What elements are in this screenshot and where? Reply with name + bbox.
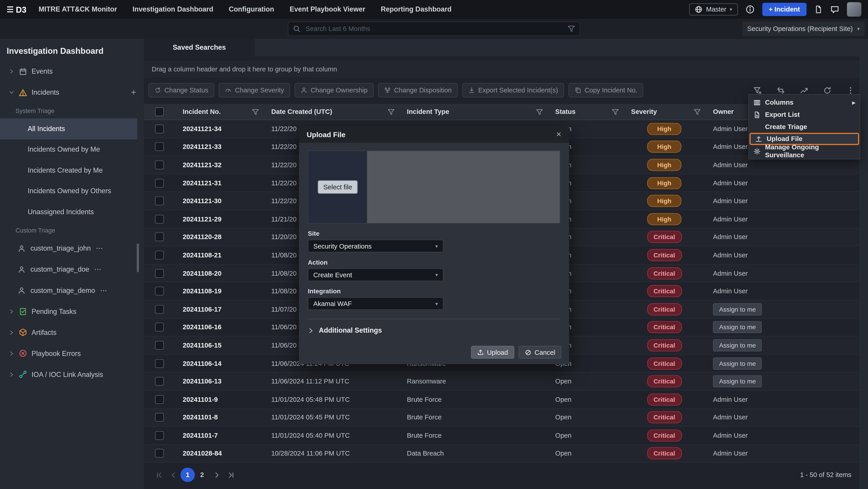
column-settings-icon[interactable] <box>777 86 785 94</box>
document-icon[interactable] <box>814 5 823 14</box>
row-checkbox[interactable] <box>155 178 164 187</box>
incident-no-link[interactable]: 20241121-30 <box>175 197 264 205</box>
sidebar-item-playbook-errors[interactable]: Playbook Errors <box>0 343 142 364</box>
change-ownership-button[interactable]: Change Ownership <box>294 83 374 97</box>
column-header-incident-type[interactable]: Incident Type <box>399 104 548 120</box>
incident-no-link[interactable]: 20241101-7 <box>175 432 264 439</box>
row-checkbox[interactable] <box>155 251 164 259</box>
incident-no-link[interactable]: 20241106-14 <box>175 360 264 367</box>
sidebar-item-incidents-created-by-me[interactable]: Incidents Created by Me <box>0 160 142 181</box>
row-checkbox[interactable] <box>155 160 164 169</box>
row-checkbox[interactable] <box>155 323 164 332</box>
integration-dropdown[interactable]: Akamai WAF ▾ <box>308 297 443 310</box>
assign-to-me-button[interactable]: Assign to me <box>713 357 762 369</box>
first-page-button[interactable] <box>152 467 166 482</box>
incident-no-link[interactable]: 20241121-32 <box>175 161 264 169</box>
last-page-button[interactable] <box>223 467 238 482</box>
column-filter-icon[interactable] <box>536 108 543 116</box>
cancel-button[interactable]: Cancel <box>519 346 561 359</box>
incident-no-link[interactable]: 20241121-33 <box>175 143 264 151</box>
nav-event-playbook-viewer[interactable]: Event Playbook Viewer <box>289 5 365 13</box>
row-checkbox[interactable] <box>155 359 164 368</box>
menu-item-manage-ongoing-surveillance[interactable]: Manage Ongoing Surveillance <box>749 145 860 157</box>
sidebar-item-pending-tasks[interactable]: Pending Tasks <box>0 301 142 322</box>
incident-no-link[interactable]: 20241106-16 <box>175 323 264 331</box>
clear-filter-icon[interactable] <box>753 86 762 94</box>
new-incident-button[interactable]: + Incident <box>762 3 807 16</box>
row-checkbox[interactable] <box>155 269 164 278</box>
user-avatar[interactable] <box>847 2 862 17</box>
row-checkbox[interactable] <box>155 395 164 404</box>
row-checkbox[interactable] <box>155 125 164 133</box>
sidebar-item-artifacts[interactable]: Artifacts <box>0 322 142 343</box>
more-options-icon[interactable]: ⋯ <box>94 265 101 273</box>
column-filter-icon[interactable] <box>612 108 619 116</box>
info-icon[interactable] <box>745 5 754 14</box>
row-checkbox[interactable] <box>155 431 164 440</box>
assign-to-me-button[interactable]: Assign to me <box>713 375 762 388</box>
action-dropdown[interactable]: Create Event ▾ <box>308 268 443 281</box>
refresh-icon[interactable] <box>823 86 832 94</box>
incident-no-link[interactable]: 20241108-19 <box>175 287 264 295</box>
row-checkbox[interactable] <box>155 197 164 205</box>
sidebar-scrollbar[interactable] <box>137 243 139 272</box>
incident-no-link[interactable]: 20241121-29 <box>175 215 264 223</box>
sidebar-item-all-incidents[interactable]: All Incidents <box>0 119 137 139</box>
select-file-button[interactable]: Select file <box>318 180 358 194</box>
row-checkbox[interactable] <box>155 377 164 386</box>
sidebar-item-custom-triage-doe[interactable]: custom_triage_doe ⋯ <box>0 259 142 280</box>
row-checkbox[interactable] <box>155 142 164 151</box>
export-selected-incidents-button[interactable]: Export Selected Incident(s) <box>462 83 564 97</box>
add-triage-button[interactable]: + <box>131 88 136 97</box>
incident-no-link[interactable]: 20241028-84 <box>175 450 264 457</box>
menu-item-create-triage[interactable]: Create Triage <box>749 121 860 133</box>
nav-mitre-attck-monitor[interactable]: MITRE ATT&CK Monitor <box>39 5 117 13</box>
row-checkbox[interactable] <box>155 287 164 296</box>
menu-item-columns[interactable]: Columns ▸ <box>749 96 860 108</box>
nav-configuration[interactable]: Configuration <box>229 5 274 13</box>
upload-button[interactable]: Upload <box>471 346 514 359</box>
search-filter-icon[interactable] <box>567 25 575 33</box>
incident-no-link[interactable]: 20241106-13 <box>175 378 264 385</box>
additional-settings-toggle[interactable]: Additional Settings <box>308 327 560 334</box>
select-all-checkbox[interactable] <box>155 107 164 116</box>
sidebar-item-incidents-owned-by-me[interactable]: Incidents Owned by Me <box>0 139 142 160</box>
column-filter-icon[interactable] <box>388 108 395 116</box>
change-status-button[interactable]: Change Status <box>148 83 214 97</box>
chat-icon[interactable] <box>830 5 839 14</box>
close-icon[interactable]: × <box>556 130 561 139</box>
column-filter-icon[interactable] <box>252 108 259 116</box>
nav-reporting-dashboard[interactable]: Reporting Dashboard <box>381 5 452 13</box>
incident-no-link[interactable]: 20241101-8 <box>175 414 264 421</box>
page-button-1[interactable]: 1 <box>180 467 195 482</box>
site-selector[interactable]: Security Operations (Recipient Site) ▾ <box>742 22 865 36</box>
more-menu-icon[interactable] <box>846 86 855 94</box>
row-checkbox[interactable] <box>155 305 164 314</box>
copy-incident-no-button[interactable]: Copy Incident No. <box>568 83 644 97</box>
previous-page-button[interactable] <box>166 467 181 482</box>
change-disposition-button[interactable]: Change Disposition <box>378 83 458 97</box>
incident-no-link[interactable]: 20241120-28 <box>175 233 264 241</box>
page-button-2[interactable]: 2 <box>195 467 209 482</box>
sidebar-item-ioa-ioc-link-analysis[interactable]: IOA / IOC Link Analysis <box>0 364 142 385</box>
file-dropzone[interactable]: Select file <box>308 151 560 224</box>
row-checkbox[interactable] <box>155 413 164 422</box>
assign-to-me-button[interactable]: Assign to me <box>713 321 762 333</box>
menu-item-export-list[interactable]: Export List <box>749 108 860 121</box>
nav-investigation-dashboard[interactable]: Investigation Dashboard <box>132 5 213 13</box>
column-header-severity[interactable]: Severity <box>623 104 705 120</box>
row-checkbox[interactable] <box>155 341 164 350</box>
row-checkbox[interactable] <box>155 215 164 224</box>
row-checkbox[interactable] <box>155 449 164 458</box>
row-checkbox[interactable] <box>155 232 164 241</box>
change-severity-button[interactable]: Change Severity <box>219 83 290 97</box>
column-header-incident-no[interactable]: Incident No. <box>175 104 264 120</box>
sidebar-item-incidents-owned-by-others[interactable]: Incidents Owned by Others <box>0 181 142 202</box>
sidebar-item-events[interactable]: Events <box>0 61 142 82</box>
column-header-status[interactable]: Status <box>548 104 623 120</box>
incident-no-link[interactable]: 20241101-9 <box>175 395 264 403</box>
incident-no-link[interactable]: 20241108-21 <box>175 251 264 259</box>
sidebar-item-unassigned-incidents[interactable]: Unassigned Incidents <box>0 201 142 222</box>
more-options-icon[interactable]: ⋯ <box>96 244 103 252</box>
tab-saved-searches[interactable]: Saved Searches <box>144 39 255 56</box>
